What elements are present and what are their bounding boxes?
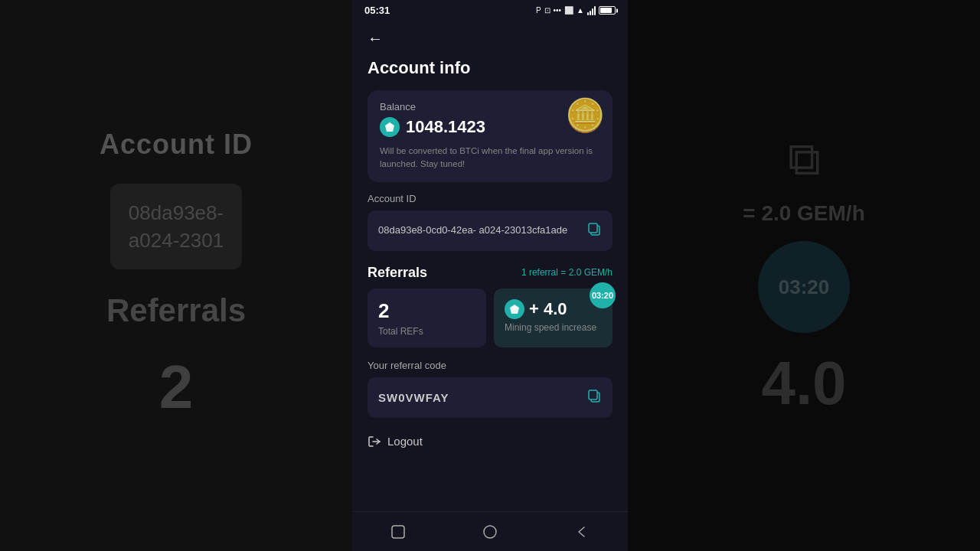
total-refs-label: Total REFs [378,326,475,337]
svg-rect-3 [589,223,597,233]
logout-label: Logout [387,435,423,448]
bg-account-id-value: 08da93e8- a024-2301 [110,184,242,270]
mining-speed-value-row: + 4.0 [505,299,602,319]
account-id-text: 08da93e8-0cd0-42ea- a024-23013cfa1ade [378,223,580,238]
svg-point-9 [484,526,496,538]
referral-code-box: SW0VWFAY [368,377,612,418]
app-content: ← Account info Balance 1048.1423 🪙 Will … [352,19,628,511]
gem-icon [380,117,400,137]
bg-big-number: 4.0 [761,348,846,419]
referral-stats: 2 Total REFs + 4.0 Mining speed increase… [368,289,612,347]
back-button[interactable]: ← [368,27,383,51]
referral-code-label: Your referral code [368,360,612,371]
referrals-title: Referrals [368,265,427,281]
copy-account-id-button[interactable] [586,221,602,240]
timer-badge: 03:20 [590,282,616,308]
svg-rect-8 [392,526,404,538]
bg-referrals-label: Referrals [106,292,246,329]
coin-illustration: 🪙 [565,96,605,134]
dots-icon: ••• [554,6,562,15]
mining-speed-card: + 4.0 Mining speed increase 03:20 [494,289,612,347]
bg-total-refs-value: 2 [159,352,194,422]
referrals-header: Referrals 1 referral = 2.0 GEM/h [368,265,612,281]
mining-speed-label: Mining speed increase [505,322,602,333]
nav-circle-button[interactable] [482,523,498,540]
total-refs-card: 2 Total REFs [368,289,486,347]
nav-back-button[interactable] [573,523,590,540]
bg-account-id-label: Account ID [100,129,253,161]
bg-timer-circle: 03:20 [758,241,850,333]
logout-button[interactable]: Logout [368,432,423,452]
bg-copy-icon: ⧉ [788,132,821,186]
referral-code-text: SW0VWFAY [378,391,449,404]
nav-bar [352,511,628,551]
svg-rect-7 [589,390,597,399]
status-time: 05:31 [364,5,390,16]
battery-icon [599,6,616,15]
background-right: ⧉ = 2.0 GEM/h 03:20 4.0 [628,0,980,551]
page-title: Account info [368,58,612,78]
balance-card: Balance 1048.1423 🪙 Will be converted to… [368,90,612,182]
wifi-icon: ▲ [577,6,584,15]
balance-note: Will be converted to BTCi when the final… [380,145,600,171]
nav-home-button[interactable] [390,523,407,540]
p-icon: P [536,6,541,15]
phone-screen: 05:31 P ⊡ ••• ⬜ ▲ ← Account info Balance [352,0,628,551]
screen-icon: ⬜ [564,6,573,15]
bg-referral-rate: = 2.0 GEM/h [743,201,865,226]
copy-referral-code-button[interactable] [586,388,602,407]
back-row: ← [368,27,612,51]
account-id-section-label: Account ID [368,193,612,204]
signal-bars [587,6,596,15]
status-bar: 05:31 P ⊡ ••• ⬜ ▲ [352,0,628,19]
account-id-box: 08da93e8-0cd0-42ea- a024-23013cfa1ade [368,210,612,251]
sim-icon: ⊡ [544,6,550,15]
total-refs-value: 2 [378,299,475,323]
referral-rate: 1 referral = 2.0 GEM/h [521,267,612,278]
status-icons: P ⊡ ••• ⬜ ▲ [536,6,616,15]
mining-speed-value: + 4.0 [529,299,567,319]
balance-value: 1048.1423 [406,117,485,137]
gem-icon-speed [505,299,524,319]
background-left: Account ID 08da93e8- a024-2301 Referrals… [0,0,352,551]
